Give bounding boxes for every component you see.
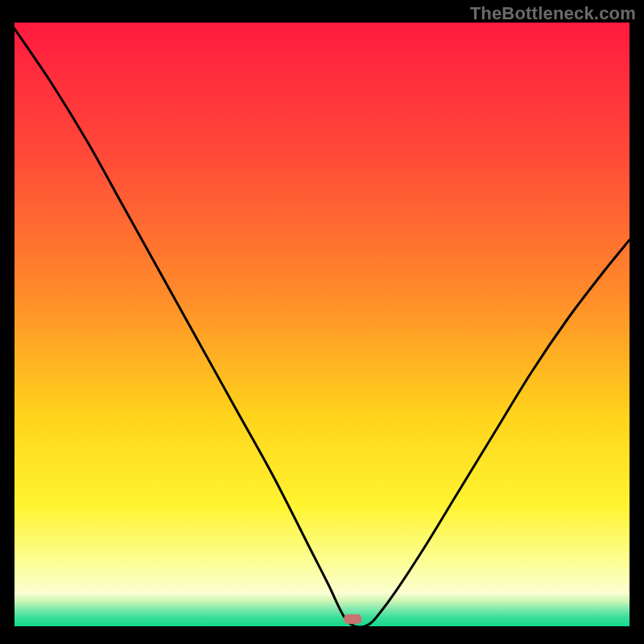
chart-svg: [14, 23, 630, 626]
chart-frame: TheBottleneck.com: [0, 0, 644, 644]
gradient-backdrop: [14, 23, 630, 626]
watermark-text: TheBottleneck.com: [470, 3, 636, 24]
marker-point: [344, 614, 361, 624]
plot-area: [14, 23, 630, 626]
